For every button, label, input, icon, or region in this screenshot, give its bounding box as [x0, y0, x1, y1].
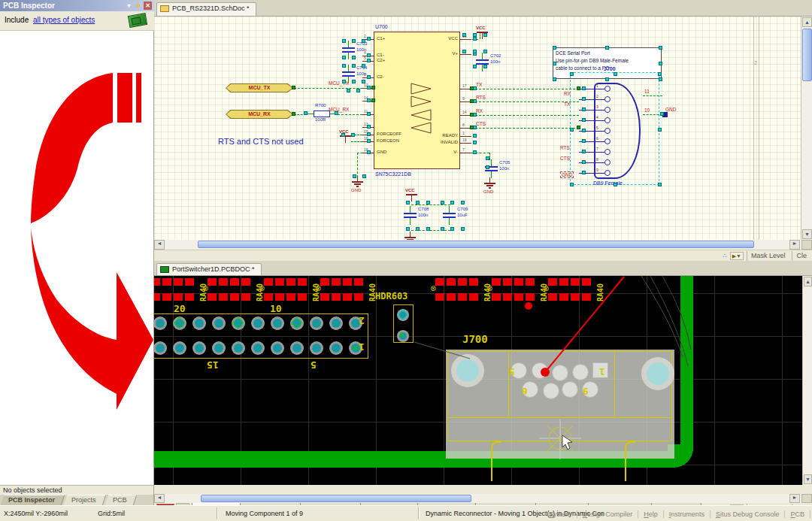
sch-wire[interactable]	[357, 153, 362, 153]
ic-pin[interactable]	[460, 136, 471, 137]
ic-pin-label: READY	[402, 133, 458, 138]
sch-wire[interactable]	[471, 89, 579, 89]
close-icon[interactable]: ✕	[144, 2, 152, 10]
sch-wire[interactable]	[471, 101, 579, 102]
sch-port-mcu_rx[interactable]: MCU_RX	[226, 110, 293, 119]
ic-pin[interactable]	[460, 54, 471, 55]
db9-pin[interactable]	[604, 149, 611, 155]
capacitor-c703[interactable]: C703100n	[342, 41, 374, 60]
panel-button-situs-debug-console[interactable]: Situs Debug Console	[710, 510, 786, 518]
scroll-up-icon[interactable]: ▲	[804, 277, 812, 286]
net-label[interactable]: GND	[665, 107, 676, 112]
net-label[interactable]: RTS	[476, 95, 486, 100]
panel-button-help[interactable]: Help	[638, 510, 664, 518]
clear-button[interactable]: Cle	[792, 251, 810, 261]
net-label[interactable]: 11	[644, 89, 650, 94]
scroll-thumb[interactable]	[201, 495, 471, 502]
ic-pin-number: 9	[462, 96, 465, 101]
panel-button-system[interactable]: System	[544, 510, 577, 518]
capacitor-c709[interactable]: C70910uF	[443, 206, 474, 226]
net-label[interactable]: CTS	[476, 121, 486, 126]
mask-level-button[interactable]: Mask Level	[747, 251, 789, 261]
net-label[interactable]: 10	[644, 108, 650, 113]
db9-designator[interactable]: J700	[604, 66, 616, 71]
sch-wire[interactable]	[643, 95, 662, 96]
db9-pin[interactable]	[604, 96, 611, 102]
sch-wire[interactable]	[471, 115, 579, 116]
power-port-gnd[interactable]: GND	[483, 177, 498, 197]
connector-pin-number: 1	[599, 366, 605, 377]
db9-pin[interactable]	[604, 107, 611, 113]
connector-pin-number: 9	[583, 386, 589, 397]
sch-wire[interactable]	[471, 128, 579, 129]
ic-pin[interactable]	[460, 153, 471, 153]
net-label[interactable]: RX	[476, 108, 483, 114]
db9-pin[interactable]	[604, 138, 611, 144]
panel-button-design-compiler[interactable]: Design Compiler	[577, 510, 639, 518]
db9-pin[interactable]	[604, 86, 611, 92]
power-port-gnd[interactable]: GND	[351, 176, 366, 195]
ic-pin[interactable]	[460, 39, 471, 40]
pcb-vscrollbar[interactable]: ▲ ▼	[802, 276, 812, 485]
db9-pin[interactable]	[604, 128, 611, 134]
net-label[interactable]: TX	[564, 101, 570, 107]
ic-pin-number: 8	[462, 123, 465, 127]
db9-pin[interactable]	[604, 117, 611, 123]
capacitor-c708[interactable]: C708100n	[404, 206, 435, 226]
tab-schdoc[interactable]: PCB_RS2321D.SchDoc *	[156, 2, 256, 16]
power-lead	[482, 33, 483, 39]
scroll-thumb[interactable]	[198, 241, 754, 248]
gnd-bar	[404, 237, 416, 238]
net-label[interactable]: TX	[476, 82, 482, 87]
schematic-vscrollbar[interactable]: ▲ ▼	[801, 17, 812, 240]
cap-val: 100n	[499, 166, 509, 171]
ic-pin-number: 1	[462, 131, 465, 135]
scroll-up-icon[interactable]: ▲	[802, 17, 812, 27]
db9-label[interactable]: DB9 Female	[593, 180, 623, 186]
scroll-left-icon[interactable]: ◄	[154, 494, 165, 503]
sch-port-mcu_tx[interactable]: MCU_TX	[226, 83, 293, 92]
scroll-left-icon[interactable]: ◄	[154, 240, 165, 250]
power-port-vcc[interactable]: VCC	[339, 129, 354, 149]
db9-pin[interactable]	[604, 170, 611, 176]
ic-pin-label: VCC	[402, 36, 458, 41]
panel-tab-projects[interactable]: Projects	[64, 495, 106, 505]
net-label[interactable]: RX	[564, 91, 571, 96]
sch-wire[interactable]	[357, 153, 358, 177]
scroll-right-icon[interactable]: ►	[789, 494, 800, 503]
schematic-canvas[interactable]: 2 U700 SN75C3221DB DCE Serial Port Use p…	[154, 17, 801, 240]
scroll-thumb[interactable]	[802, 29, 812, 81]
panel-tab-pcb[interactable]: PCB	[105, 495, 136, 505]
selection-handle	[582, 139, 586, 143]
include-scope-link[interactable]: all types of objects	[33, 16, 95, 24]
ratsnest-dot	[541, 368, 550, 377]
panel-button-pcb[interactable]: PCB	[785, 510, 810, 518]
selection-handle	[406, 201, 410, 204]
chevron-down-icon[interactable]: ▾	[125, 2, 133, 10]
db9-pin[interactable]	[604, 159, 611, 165]
scroll-down-icon[interactable]: ▼	[804, 474, 812, 484]
ic-pin[interactable]	[460, 143, 471, 144]
net-label[interactable]: GND	[560, 171, 574, 178]
capacitor-c705[interactable]: C705100n	[485, 159, 517, 179]
pcb-canvas[interactable]: ⊗RA40⊗RA40⊗RA40⊗RA40⊗RA40⊗RA40⊗RA40✕2010…	[154, 276, 802, 485]
connectivity-icon[interactable]: ∴	[723, 253, 727, 259]
pcb-hscrollbar[interactable]: ◄ ►	[154, 494, 812, 503]
pin-icon[interactable]: ⊙	[134, 2, 142, 10]
tab-pcbdoc[interactable]: PortSwitcher1D.PCBDOC *	[156, 263, 262, 275]
annotation-text[interactable]: RTS and CTS not used	[218, 137, 304, 146]
net-label[interactable]: CTS	[560, 156, 570, 161]
capacitor-c702[interactable]: C702100n	[476, 53, 508, 72]
scroll-right-icon[interactable]: ►	[789, 240, 800, 250]
power-port-vcc[interactable]: VCC	[405, 188, 420, 207]
power-port-gnd[interactable]: GND	[404, 232, 419, 240]
net-label[interactable]: MCU_RX	[329, 107, 349, 112]
panel-tab-pcb-inspector[interactable]: PCB Inspector	[1, 495, 65, 505]
net-label[interactable]: RTS	[560, 145, 570, 150]
panel-button-instruments[interactable]: Instruments	[664, 510, 710, 518]
scroll-down-icon[interactable]: ▼	[802, 229, 812, 239]
inspector-titlebar[interactable]: PCB Inspector ▾ ⊙ ✕	[0, 0, 154, 11]
cap-lead	[482, 65, 483, 71]
schematic-hscrollbar[interactable]: ◄ ►	[154, 240, 812, 250]
filter-icons[interactable]: ▶▼	[730, 252, 744, 260]
